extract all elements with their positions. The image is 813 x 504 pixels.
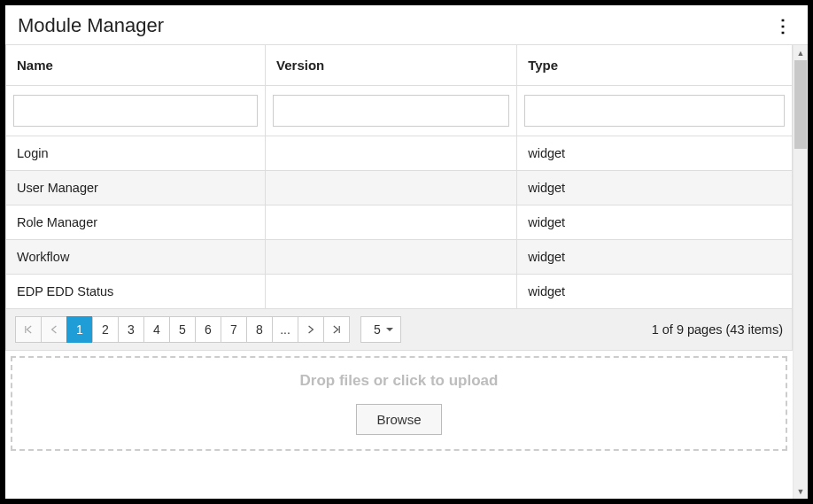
cell-type: widget	[517, 205, 793, 240]
table-row[interactable]: Role Managerwidget	[6, 205, 793, 240]
cell-version	[266, 205, 517, 240]
column-header-type[interactable]: Type	[517, 45, 793, 86]
first-page-icon	[25, 325, 32, 334]
table-row[interactable]: Loginwidget	[6, 136, 793, 171]
cell-type: widget	[517, 171, 793, 205]
pager-info: 1 of 9 pages (43 items)	[652, 322, 783, 337]
upload-hint-text: Drop files or click to upload	[12, 372, 786, 390]
pager: 12345678... 5 1 of 9 pages (43 items)	[5, 309, 793, 351]
cell-version	[266, 240, 517, 275]
cell-name: Login	[6, 136, 266, 171]
pager-page-button[interactable]: 8	[246, 316, 273, 343]
pager-page-button[interactable]: 1	[66, 316, 93, 343]
table-row[interactable]: User Managerwidget	[6, 171, 793, 205]
pager-page-button[interactable]: 7	[221, 316, 247, 343]
kebab-menu-icon[interactable]: ⋮	[769, 17, 797, 35]
vertical-scrollbar[interactable]: ▲ ▼	[793, 45, 808, 499]
chevron-down-icon	[386, 328, 393, 335]
upload-dropzone[interactable]: Drop files or click to upload Browse	[11, 356, 787, 451]
cell-name: User Manager	[6, 171, 266, 205]
browse-button[interactable]: Browse	[356, 404, 441, 435]
module-table: Name Version Type LoginwidgetUser Manage…	[5, 45, 793, 309]
pager-page-button[interactable]: 3	[118, 316, 144, 343]
scroll-up-icon[interactable]: ▲	[794, 45, 808, 60]
cell-name: EDP EDD Status	[6, 275, 266, 309]
cell-version	[266, 275, 517, 309]
table-row[interactable]: EDP EDD Statuswidget	[6, 275, 793, 309]
pager-prev-button[interactable]	[41, 316, 67, 343]
pager-first-button[interactable]	[15, 316, 42, 343]
pager-next-button[interactable]	[298, 316, 324, 343]
cell-version	[266, 171, 517, 205]
panel-title: Module Manager	[18, 14, 164, 37]
last-page-icon	[333, 325, 340, 334]
filter-row	[6, 86, 793, 136]
filter-version-input[interactable]	[273, 95, 509, 127]
cell-name: Workflow	[6, 240, 266, 275]
pager-page-button[interactable]: 5	[169, 316, 196, 343]
pager-ellipsis[interactable]: ...	[272, 316, 298, 343]
page-size-select[interactable]: 5	[360, 316, 401, 343]
column-header-version[interactable]: Version	[266, 45, 517, 86]
pager-page-button[interactable]: 4	[143, 316, 170, 343]
scrollbar-thumb[interactable]	[794, 60, 807, 149]
cell-type: widget	[517, 136, 793, 171]
table-row[interactable]: Workflowwidget	[6, 240, 793, 275]
prev-page-icon	[50, 325, 58, 334]
module-manager-panel: Module Manager ⋮ Name Version Type	[5, 5, 808, 499]
pager-page-button[interactable]: 2	[92, 316, 119, 343]
scroll-down-icon[interactable]: ▼	[794, 484, 808, 499]
cell-type: widget	[517, 240, 793, 275]
cell-type: widget	[517, 275, 793, 309]
browse-button-label: Browse	[376, 412, 421, 427]
cell-name: Role Manager	[6, 205, 266, 240]
pager-last-button[interactable]	[323, 316, 350, 343]
filter-type-input[interactable]	[524, 95, 785, 127]
page-size-value: 5	[374, 322, 381, 337]
filter-name-input[interactable]	[13, 95, 258, 127]
cell-version	[266, 136, 517, 171]
pager-page-button[interactable]: 6	[195, 316, 221, 343]
column-header-name[interactable]: Name	[6, 45, 266, 86]
next-page-icon	[307, 325, 314, 334]
panel-header: Module Manager ⋮	[5, 5, 808, 45]
